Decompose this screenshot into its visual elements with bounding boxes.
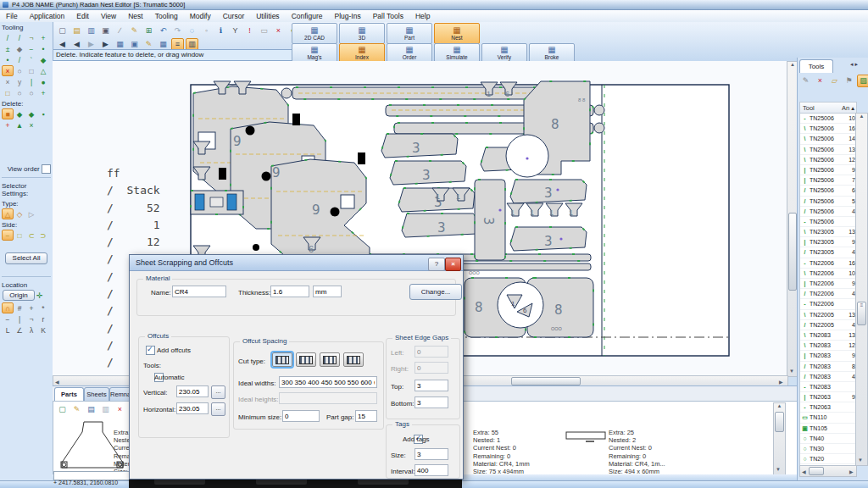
part-thumbnail-strip[interactable] [565, 430, 608, 444]
sidebar-tool-icon[interactable]: △ [37, 65, 49, 76]
tab-sheets[interactable]: Sheets [84, 387, 109, 402]
menu-file[interactable]: File [0, 10, 24, 22]
cut-type-option-3[interactable] [320, 352, 340, 367]
bottom-gap-field[interactable] [415, 396, 448, 408]
new-icon[interactable]: ▢ [56, 25, 69, 37]
workflow-simulate-button[interactable]: ▦Simulate [434, 43, 480, 63]
part-8-bottom[interactable]: 1 6 8 8 OOO OOO [465, 270, 593, 337]
sidebar-tool-icon[interactable]: ▲ [14, 119, 25, 130]
sketch-icon[interactable]: ∕ [114, 25, 126, 37]
sidebar-tool-icon[interactable]: × [2, 65, 14, 76]
vertical-browse-button[interactable]: ... [211, 385, 225, 399]
tool-row[interactable]: \TN2200513 [800, 310, 856, 320]
col-tool[interactable]: Tool [800, 104, 815, 112]
tool-row[interactable]: ○TN30 [800, 444, 856, 454]
sidebar-tool-icon[interactable]: + [2, 119, 14, 130]
sidebar-tool-icon[interactable]: ◆ [14, 108, 25, 119]
redo-icon[interactable]: ↷ [171, 25, 184, 37]
menu-pall-tools[interactable]: Pall Tools [367, 10, 409, 22]
view-order-checkbox[interactable] [42, 164, 51, 174]
sidebar-tool-icon[interactable]: ▷ [25, 208, 37, 219]
tool-row[interactable]: \TN2500612 [800, 155, 856, 165]
edit-icon[interactable]: ✎ [128, 25, 141, 37]
sidebar-tool-icon[interactable]: ` [25, 54, 37, 65]
workflow-2d-cad-button[interactable]: ▦2D CAD [292, 23, 337, 44]
undo-icon[interactable]: ↶ [157, 25, 170, 37]
tool-row[interactable]: -TN22006 [800, 299, 856, 309]
sidebar-tool-icon[interactable]: ◆ [14, 43, 25, 54]
sidebar-tool-icon[interactable]: λ [25, 324, 37, 336]
sidebar-tool-icon[interactable]: / [14, 32, 25, 43]
fit-icon[interactable]: ▭ [258, 25, 270, 37]
sidebar-tool-icon[interactable]: + [25, 302, 37, 313]
sidebar-tool-icon[interactable]: ■ [2, 108, 14, 119]
info-icon[interactable]: ℹ [214, 25, 227, 37]
menu-edit[interactable]: Edit [70, 10, 95, 22]
workflow-nest-button[interactable]: ▦Nest [434, 23, 480, 44]
tab-parts[interactable]: Parts [54, 387, 84, 402]
unit-field[interactable] [313, 286, 342, 297]
sidebar-tool-icon[interactable]: ∠ [14, 324, 25, 336]
sidebar-tool-icon[interactable]: r [37, 313, 49, 324]
sidebar-tool-icon[interactable]: △ [2, 208, 14, 219]
workflow-broke-button[interactable]: ▦Broke [529, 43, 575, 63]
menu-cursor[interactable]: Cursor [217, 10, 251, 22]
vertical-field[interactable] [176, 385, 209, 397]
sidebar-tool-icon[interactable]: □ [14, 230, 25, 241]
sidebar-tool-icon[interactable]: □ [25, 65, 37, 76]
delete-part-icon[interactable]: × [114, 403, 126, 416]
canvas-hscroll-thumb[interactable] [511, 377, 581, 385]
tool-row[interactable]: |TN220069 [800, 279, 856, 289]
sidebar-tool-icon[interactable]: ◇ [14, 208, 25, 219]
sidebar-tool-icon[interactable]: − [2, 313, 14, 324]
edit-part-icon[interactable]: ✎ [70, 403, 83, 416]
select-all-button[interactable]: Select All [5, 252, 47, 264]
tool-row[interactable]: -TN2063 [800, 402, 856, 413]
sidebar-tool-icon[interactable]: • [2, 54, 14, 65]
tool-row[interactable]: \TN2500616 [800, 124, 856, 134]
refresh-icon[interactable]: ◌ [186, 25, 198, 37]
menu-view[interactable]: View [95, 10, 122, 22]
thickness-field[interactable] [270, 286, 309, 297]
import-part-icon[interactable]: ▤ [85, 403, 97, 416]
cut-type-option-2[interactable] [296, 352, 316, 367]
sidebar-tool-icon[interactable]: / [14, 54, 25, 65]
horizontal-field[interactable] [176, 402, 209, 414]
note-icon[interactable]: ! [243, 25, 256, 37]
tool-row[interactable]: /TN230054 [800, 247, 856, 258]
sidebar-tool-icon[interactable]: ¬ [25, 32, 37, 43]
menu-configure[interactable]: Configure [286, 10, 329, 22]
tool-row[interactable]: ▣TN105 [800, 424, 856, 434]
tool-row[interactable]: -TN2200616 [800, 258, 856, 269]
tool-row[interactable]: -TN2500610 [800, 114, 856, 124]
filter-icon[interactable]: Y [229, 25, 242, 37]
tools-tab[interactable]: Tools [799, 59, 833, 73]
sidebar-tool-icon[interactable]: # [14, 302, 25, 313]
tool-row[interactable]: |TN230059 [800, 237, 856, 247]
tag-interval-field[interactable] [415, 464, 448, 476]
tool-row[interactable]: \TN2500614 [800, 134, 856, 144]
tool-row[interactable]: |TN250069 [800, 165, 856, 175]
sidebar-tool-icon[interactable]: − [2, 230, 14, 241]
sidebar-tool-icon[interactable]: K [37, 324, 49, 336]
part-gap-field[interactable] [355, 410, 377, 422]
sidebar-tool-icon[interactable]: ○ [25, 87, 37, 98]
workflow-3d-button[interactable]: ▦3D [339, 23, 385, 44]
workflow-order-button[interactable]: ▦Order [387, 43, 432, 63]
sidebar-tool-icon[interactable]: + [37, 87, 49, 98]
scroll-right-icon[interactable]: ▶ [779, 379, 783, 385]
scroll-right-icon[interactable]: ▶ [849, 469, 854, 474]
tab-scroll-icons[interactable]: ◂ ▸ [850, 61, 858, 68]
minimum-size-field[interactable] [282, 410, 320, 422]
sidebar-tool-icon[interactable]: | [14, 313, 25, 324]
tools-hscroll-thumb[interactable] [809, 467, 824, 475]
scroll-left-icon[interactable]: ◀ [802, 469, 806, 474]
pick-icon[interactable]: ◦ [200, 25, 213, 37]
menu-modify[interactable]: Modify [184, 10, 217, 22]
scroll-up-icon[interactable]: ▲ [774, 403, 785, 408]
sidebar-tool-icon[interactable]: + [37, 32, 49, 43]
title-bar[interactable]: P4 JOB NAME (Punch) Radan Nest Editor [S… [0, 0, 868, 10]
sidebar-tool-icon[interactable]: □ [2, 87, 14, 98]
workflow-part-button[interactable]: ▦Part [387, 23, 432, 44]
cut-type-option-4[interactable] [343, 352, 364, 367]
